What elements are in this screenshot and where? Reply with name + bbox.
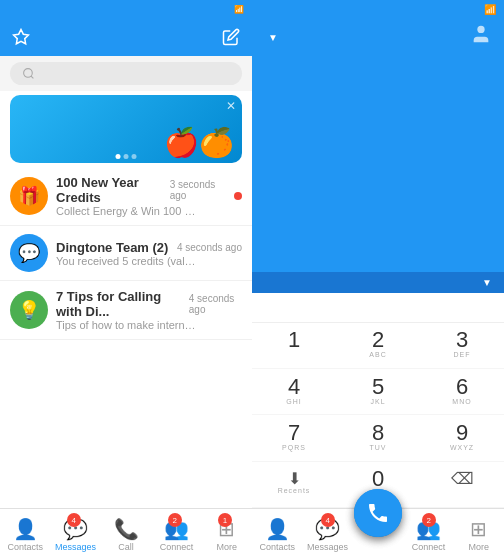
right-nav-item-3[interactable]: 2 👥 Connect <box>403 509 453 560</box>
numpad-key-9[interactable]: 9 WXYZ <box>420 415 504 461</box>
numpad-key-8[interactable]: 8 TUV <box>336 415 420 461</box>
num-main: 5 <box>372 376 384 398</box>
nav-label: Messages <box>307 542 348 552</box>
credits-bar: ▼ <box>252 272 504 293</box>
search-input-wrapper[interactable] <box>10 62 242 85</box>
nav-item-call[interactable]: 📞 Call <box>101 509 151 560</box>
num-sub: ABC <box>369 351 386 361</box>
num-sub: GHI <box>286 398 301 408</box>
message-time: 4 seconds ago <box>189 293 242 315</box>
message-time: 3 seconds ago <box>170 179 226 201</box>
numpad-key-7[interactable]: 7 PQRS <box>252 415 336 461</box>
nav-icon: 👤 <box>265 517 290 541</box>
num-sub: MNO <box>452 398 471 408</box>
contact-icon[interactable] <box>470 23 492 51</box>
message-content: 100 New Year Credits 3 seconds ago Colle… <box>56 175 226 217</box>
right-panel: 📶 ▼ ▼ 1 2 ABC 3 DE <box>252 0 504 560</box>
dialer-area: 1 2 ABC 3 DEF 4 GHI 5 JKL 6 MNO 7 PQRS 8… <box>252 293 504 509</box>
numpad-key-3[interactable]: 3 DEF <box>420 323 504 369</box>
compose-button[interactable] <box>222 28 240 46</box>
num-main: ⬇ <box>288 471 301 487</box>
left-status-bar: 📶 <box>0 0 252 18</box>
num-main: 0 <box>372 468 384 490</box>
num-sub: JKL <box>370 398 385 408</box>
message-content: 7 Tips for Calling with Di... 4 seconds … <box>56 289 242 331</box>
left-top-bar <box>0 18 252 56</box>
nav-label: Connect <box>412 542 446 552</box>
nav-item-messages[interactable]: 4 💬 Messages <box>50 509 100 560</box>
message-preview: Collect Energy & Win 100 New Year... <box>56 205 196 217</box>
left-panel: 📶 <box>0 0 252 560</box>
banner-dot-2 <box>124 154 129 159</box>
nav-label: Connect <box>160 542 194 552</box>
nav-item-more[interactable]: 1 ⊞ More <box>202 509 252 560</box>
nav-label: More <box>217 542 238 552</box>
message-content: Dingtone Team (2) 4 seconds ago You rece… <box>56 240 242 267</box>
nav-label: Contacts <box>259 542 295 552</box>
country-arrow-icon: ▼ <box>268 32 278 43</box>
svg-line-2 <box>31 76 33 78</box>
call-type-arrow-icon: ▼ <box>482 277 492 288</box>
message-item[interactable]: 💬 Dingtone Team (2) 4 seconds ago You re… <box>0 226 252 281</box>
num-main: 9 <box>456 422 468 444</box>
num-sub: WXYZ <box>450 444 474 454</box>
num-main: 7 <box>288 422 300 444</box>
message-avatar: 💬 <box>10 234 48 272</box>
message-avatar: 💡 <box>10 291 48 329</box>
num-main: 1 <box>288 329 300 351</box>
numpad-key-backspace[interactable]: ⌫ <box>420 462 504 508</box>
nav-item-connect[interactable]: 2 👥 Connect <box>151 509 201 560</box>
message-item[interactable]: 🎁 100 New Year Credits 3 seconds ago Col… <box>0 167 252 226</box>
message-avatar: 🎁 <box>10 177 48 215</box>
num-sub: Recents <box>278 487 311 497</box>
nav-badge: 4 <box>67 513 81 527</box>
message-preview: You received 5 credits (valid for 3 m... <box>56 255 196 267</box>
numpad-key-6[interactable]: 6 MNO <box>420 369 504 415</box>
numpad-key-5[interactable]: 5 JKL <box>336 369 420 415</box>
numpad-key-2[interactable]: 2 ABC <box>336 323 420 369</box>
message-preview: Tips of how to make international a... <box>56 319 196 331</box>
num-sub: PQRS <box>282 444 306 454</box>
svg-point-3 <box>477 26 484 33</box>
numpad-key-1[interactable]: 1 <box>252 323 336 369</box>
num-main: 6 <box>456 376 468 398</box>
message-time: 4 seconds ago <box>177 242 242 253</box>
nav-badge: 1 <box>218 513 232 527</box>
banner-close-button[interactable]: ✕ <box>226 99 236 113</box>
svg-marker-0 <box>14 30 29 44</box>
right-nav-item-0[interactable]: 👤 Contacts <box>252 509 302 560</box>
nav-item-contacts[interactable]: 👤 Contacts <box>0 509 50 560</box>
right-nav-item-1[interactable]: 4 💬 Messages <box>302 509 352 560</box>
messages-list: 🎁 100 New Year Credits 3 seconds ago Col… <box>0 167 252 508</box>
dial-input-area[interactable] <box>252 293 504 323</box>
num-main: ⌫ <box>451 471 474 487</box>
message-item[interactable]: 💡 7 Tips for Calling with Di... 4 second… <box>0 281 252 340</box>
num-main: 3 <box>456 329 468 351</box>
star-button[interactable] <box>12 28 30 46</box>
right-nav-item-4[interactable]: ⊞ More <box>454 509 504 560</box>
num-main: 8 <box>372 422 384 444</box>
internet-call-selector[interactable]: ▼ <box>479 277 492 288</box>
bottom-nav-right: 👤 Contacts 4 💬 Messages Call 2 👥 Connect… <box>252 508 504 560</box>
nav-badge: 4 <box>321 513 335 527</box>
left-status-icons: 📶 <box>234 5 244 14</box>
numpad: 1 2 ABC 3 DEF 4 GHI 5 JKL 6 MNO 7 PQRS 8… <box>252 323 504 509</box>
right-nav-item-2[interactable]: Call <box>353 509 403 560</box>
numpad-key-recents[interactable]: ⬇ Recents <box>252 462 336 508</box>
num-main: 2 <box>372 329 384 351</box>
right-status-icons: 📶 <box>484 4 496 15</box>
nav-label: Call <box>118 542 134 552</box>
promo-banner[interactable]: ✕ 🍎🍊 <box>10 95 242 163</box>
numpad-key-4[interactable]: 4 GHI <box>252 369 336 415</box>
country-selector[interactable]: ▼ <box>264 32 278 43</box>
bottom-nav-left: 👤 Contacts 4 💬 Messages 📞 Call 2 👥 Conne… <box>0 508 252 560</box>
num-sub: DEF <box>454 351 471 361</box>
nav-icon: 📞 <box>114 517 139 541</box>
call-fab-button[interactable] <box>354 489 402 537</box>
num-sub: TUV <box>370 444 387 454</box>
nav-label: Contacts <box>7 542 43 552</box>
nav-icon: 👤 <box>13 517 38 541</box>
banner-dots <box>116 154 137 159</box>
nav-icon: ⊞ <box>470 517 487 541</box>
nav-badge: 2 <box>422 513 436 527</box>
